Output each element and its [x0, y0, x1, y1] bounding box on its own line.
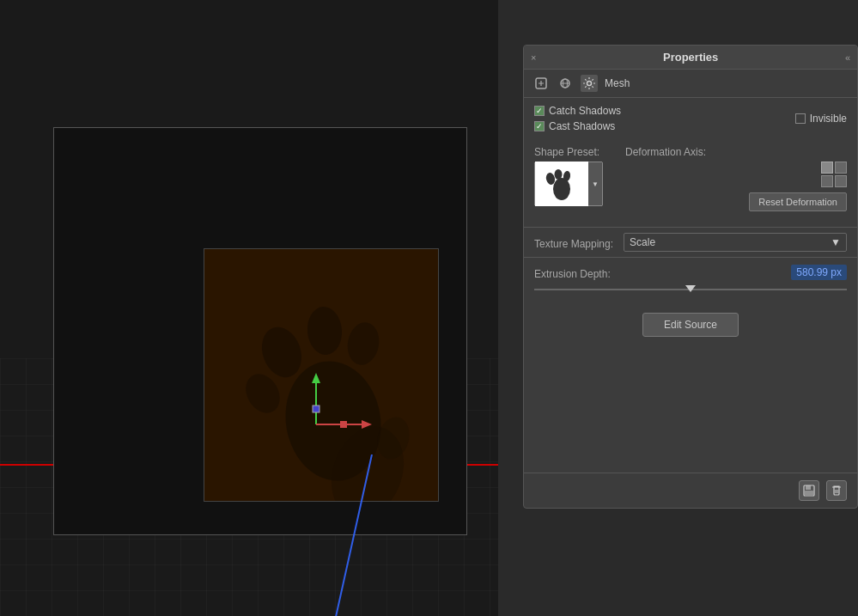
checkboxes-row: ✓ Catch Shadows ✓ Cast Shadows Invisible	[524, 98, 857, 136]
extrusion-slider[interactable]	[534, 284, 847, 296]
axis-grid	[821, 162, 847, 187]
cast-shadows-box: ✓	[534, 121, 545, 131]
svg-point-4	[306, 305, 344, 356]
svg-point-24	[555, 169, 563, 180]
svg-marker-10	[312, 373, 320, 383]
invisible-box	[795, 113, 806, 124]
shadow-checkboxes: ✓ Catch Shadows ✓ Cast Shadows	[534, 105, 621, 132]
toolbar-object-icon[interactable]	[532, 75, 550, 92]
stage-outer	[53, 127, 467, 535]
svg-rect-13	[313, 406, 319, 412]
shape-preset-dropdown[interactable]: ▼	[534, 162, 603, 206]
extrusion-depth-value[interactable]: 580.99 px	[791, 265, 847, 280]
shape-preset-label: Shape Preset:	[534, 146, 612, 158]
svg-point-22	[553, 178, 570, 200]
svg-line-15	[320, 454, 372, 616]
axis-cell-tr[interactable]	[835, 162, 847, 174]
panel-title: Properties	[663, 51, 718, 64]
texture-mapping-dropdown[interactable]: Scale ▼	[624, 233, 847, 252]
shape-deformation-row: Shape Preset: ▼	[524, 136, 857, 227]
invisible-label: Invisible	[810, 113, 847, 125]
panel-titlebar: × Properties «	[524, 46, 857, 70]
texture-mapping-arrow: ▼	[831, 236, 841, 248]
delete-button[interactable]	[826, 480, 847, 501]
svg-marker-12	[362, 420, 372, 429]
mesh-label: Mesh	[605, 77, 630, 89]
svg-rect-28	[805, 491, 813, 495]
panel-close-button[interactable]: ×	[531, 52, 536, 63]
toolbar-settings-icon[interactable]	[581, 75, 598, 92]
cast-shadows-label: Cast Shadows	[549, 120, 615, 132]
slider-thumb[interactable]	[685, 285, 696, 292]
svg-point-5	[344, 320, 382, 367]
viewport	[0, 0, 498, 616]
invisible-group[interactable]: Invisible	[795, 113, 847, 125]
edit-source-row: Edit Source	[524, 302, 857, 347]
catch-shadows-box: ✓	[534, 106, 545, 116]
svg-rect-27	[806, 485, 811, 490]
axis-cell-tl[interactable]	[821, 162, 833, 174]
texture-mapping-value: Scale	[630, 236, 655, 248]
properties-panel: × Properties « Mesh	[523, 45, 858, 509]
panel-collapse-button[interactable]: «	[845, 52, 850, 63]
cast-shadows-checkbox[interactable]: ✓ Cast Shadows	[534, 120, 621, 132]
texture-mapping-row: Texture Mapping: Scale ▼	[524, 227, 857, 258]
reset-deformation-button[interactable]: Reset Deformation	[749, 192, 847, 211]
axis-cell-bl[interactable]	[821, 175, 833, 187]
svg-point-20	[587, 82, 592, 86]
catch-shadows-label: Catch Shadows	[549, 105, 621, 117]
toolbar-link-icon[interactable]	[557, 75, 574, 92]
shape-preset-arrow[interactable]: ▼	[588, 162, 602, 205]
axis-cell-br[interactable]	[835, 175, 847, 187]
catch-shadows-checkbox[interactable]: ✓ Catch Shadows	[534, 105, 621, 117]
toolbar-row: Mesh	[524, 70, 857, 98]
texture-mapping-label: Texture Mapping:	[534, 238, 613, 250]
svg-rect-14	[340, 421, 347, 428]
edit-source-button[interactable]: Edit Source	[642, 313, 739, 337]
save-button[interactable]	[799, 480, 819, 501]
extrusion-depth-label: Extrusion Depth:	[534, 268, 612, 280]
deformation-axis-label: Deformation Axis:	[625, 146, 706, 158]
extrusion-depth-row: Extrusion Depth: 580.99 px	[524, 258, 857, 302]
panel-bottom-bar	[524, 473, 857, 508]
